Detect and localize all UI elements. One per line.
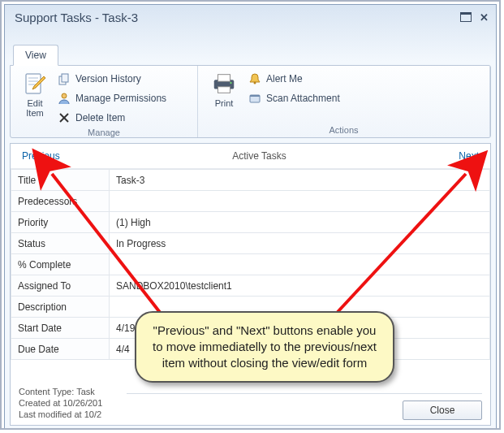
modified-at-text: Last modified at 10/2 xyxy=(19,409,102,420)
group-actions-label: Actions xyxy=(198,123,489,137)
alert-me-button[interactable]: Alert Me xyxy=(248,71,340,87)
field-value xyxy=(110,191,490,212)
nav-row: Previous Active Tasks Next xyxy=(11,144,490,169)
table-row: Description xyxy=(11,297,490,318)
version-history-label: Version History xyxy=(75,73,141,84)
field-label: Priority xyxy=(11,212,110,233)
ribbon-group-manage: Edit Item Version History xyxy=(11,66,198,137)
svg-rect-6 xyxy=(62,74,68,82)
edit-item-label: Edit Item xyxy=(26,98,43,118)
table-row: Start Date4/19/ xyxy=(11,318,490,339)
svg-point-14 xyxy=(254,82,256,84)
field-label: Description xyxy=(11,297,110,318)
ribbon-group-actions: Print Alert Me xyxy=(198,66,490,137)
table-row: StatusIn Progress xyxy=(11,233,490,254)
delete-item-button[interactable]: Delete Item xyxy=(58,110,166,126)
delete-item-label: Delete Item xyxy=(75,112,125,123)
nav-center-label: Active Tasks xyxy=(60,150,459,162)
svg-rect-16 xyxy=(250,95,260,97)
field-value: 4/4 xyxy=(110,339,490,360)
window-title: Support Tasks - Task-3 xyxy=(15,11,138,24)
field-value: Task-3 xyxy=(110,170,490,191)
field-label: Due Date xyxy=(11,339,110,360)
scan-icon xyxy=(248,92,261,105)
footer: Content Type: Task Created at 10/26/201 … xyxy=(19,386,482,420)
field-label: Predecessors xyxy=(11,191,110,212)
next-link[interactable]: Next xyxy=(459,150,479,162)
content-type-text: Content Type: Task xyxy=(19,386,102,397)
alert-me-label: Alert Me xyxy=(266,73,303,84)
delete-icon xyxy=(58,111,71,124)
scan-attachment-label: Scan Attachment xyxy=(266,93,340,104)
field-label: % Complete xyxy=(11,254,110,275)
field-value xyxy=(110,254,490,275)
properties-table: TitleTask-3 Predecessors Priority(1) Hig… xyxy=(11,169,490,360)
field-label: Assigned To xyxy=(11,275,110,297)
table-row: % Complete xyxy=(11,254,490,275)
edit-icon xyxy=(22,71,48,97)
print-button[interactable]: Print xyxy=(205,69,243,108)
bell-icon xyxy=(248,72,261,85)
ribbon: View xyxy=(10,45,491,138)
title-bar: Support Tasks - Task-3 ✕ xyxy=(5,5,496,29)
table-row: TitleTask-3 xyxy=(11,170,490,191)
content-panel: Previous Active Tasks Next TitleTask-3 P… xyxy=(10,143,491,426)
svg-rect-11 xyxy=(218,75,230,81)
ribbon-body: Edit Item Version History xyxy=(10,65,491,138)
permissions-icon xyxy=(58,92,71,105)
close-button-label: Close xyxy=(430,405,455,416)
created-at-text: Created at 10/26/201 xyxy=(19,397,102,409)
history-icon xyxy=(58,72,71,85)
field-label: Title xyxy=(11,170,110,191)
svg-point-13 xyxy=(230,82,231,84)
edit-item-button[interactable]: Edit Item xyxy=(17,69,53,118)
screenshot-frame: Support Tasks - Task-3 ✕ View xyxy=(0,0,501,430)
field-label: Status xyxy=(11,233,110,254)
modal-dialog: Support Tasks - Task-3 ✕ View xyxy=(4,4,497,428)
tab-view[interactable]: View xyxy=(13,45,58,66)
group-manage-label: Manage xyxy=(11,126,197,140)
field-value: 4/19/ xyxy=(110,318,490,339)
svg-rect-12 xyxy=(218,87,230,93)
table-row: Due Date4/4 xyxy=(11,339,490,360)
ribbon-tabstrip: View xyxy=(10,45,491,65)
scan-attachment-button[interactable]: Scan Attachment xyxy=(248,90,340,106)
maximize-button[interactable] xyxy=(460,12,472,22)
version-history-button[interactable]: Version History xyxy=(58,71,166,87)
metadata-block: Content Type: Task Created at 10/26/201 … xyxy=(19,386,102,420)
field-value: (1) High xyxy=(110,212,490,233)
field-label: Start Date xyxy=(11,318,110,339)
table-row: Predecessors xyxy=(11,191,490,212)
table-row: Priority(1) High xyxy=(11,212,490,233)
close-window-button[interactable]: ✕ xyxy=(476,11,491,23)
field-value xyxy=(110,297,490,318)
tab-view-label: View xyxy=(25,50,46,61)
svg-point-7 xyxy=(62,93,67,98)
previous-link[interactable]: Previous xyxy=(22,150,60,162)
field-value: In Progress xyxy=(110,233,490,254)
manage-permissions-button[interactable]: Manage Permissions xyxy=(58,90,166,106)
assigned-to-link[interactable]: SANDBOX2010\testclient1 xyxy=(110,275,490,297)
printer-icon xyxy=(211,71,237,97)
close-button[interactable]: Close xyxy=(403,401,482,420)
manage-permissions-label: Manage Permissions xyxy=(75,93,166,104)
print-label: Print xyxy=(215,98,234,108)
table-row: Assigned ToSANDBOX2010\testclient1 xyxy=(11,275,490,297)
